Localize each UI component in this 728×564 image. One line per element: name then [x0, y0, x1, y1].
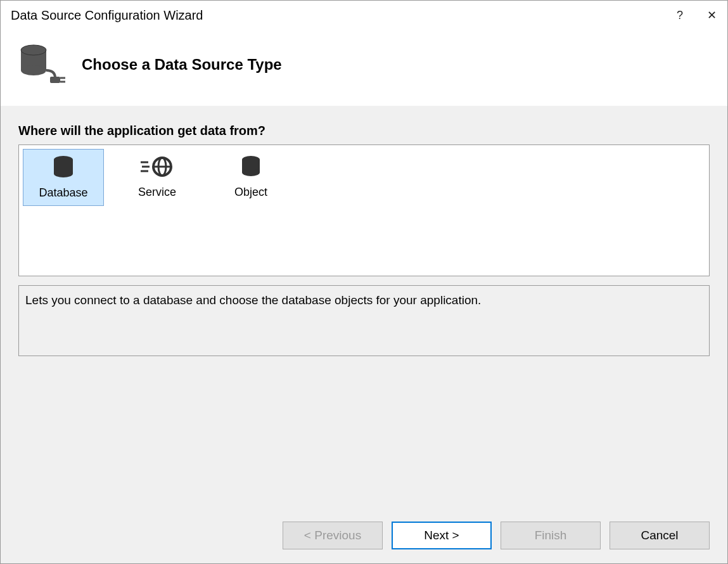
wizard-header: Choose a Data Source Type — [1, 30, 727, 106]
svg-point-9 — [54, 170, 73, 177]
next-button[interactable]: Next > — [392, 522, 492, 549]
data-source-options: Database Service — [18, 144, 710, 276]
svg-point-2 — [21, 65, 46, 75]
help-button[interactable]: ? — [664, 1, 696, 30]
finish-button[interactable]: Finish — [501, 522, 601, 549]
svg-point-18 — [242, 169, 260, 176]
wizard-footer: < Previous Next > Finish Cancel — [1, 513, 727, 563]
svg-rect-4 — [50, 77, 60, 83]
option-database[interactable]: Database — [23, 149, 104, 206]
service-icon — [117, 151, 198, 182]
window-title: Data Source Configuration Wizard — [11, 8, 203, 23]
option-description: Lets you connect to a database and choos… — [18, 285, 710, 356]
database-plug-icon — [16, 42, 67, 87]
option-label: Service — [117, 186, 198, 199]
option-service[interactable]: Service — [117, 149, 198, 206]
database-icon — [23, 152, 103, 183]
option-label: Database — [23, 186, 103, 200]
title-bar: Data Source Configuration Wizard ? ✕ — [1, 1, 727, 30]
page-heading: Choose a Data Source Type — [82, 56, 282, 74]
option-label: Object — [210, 186, 291, 199]
wizard-content: Where will the application get data from… — [1, 106, 727, 513]
previous-button[interactable]: < Previous — [283, 522, 383, 549]
object-icon — [210, 151, 291, 182]
prompt-text: Where will the application get data from… — [18, 124, 710, 138]
option-object[interactable]: Object — [210, 149, 291, 206]
cancel-button[interactable]: Cancel — [610, 522, 710, 549]
close-button[interactable]: ✕ — [696, 1, 727, 30]
